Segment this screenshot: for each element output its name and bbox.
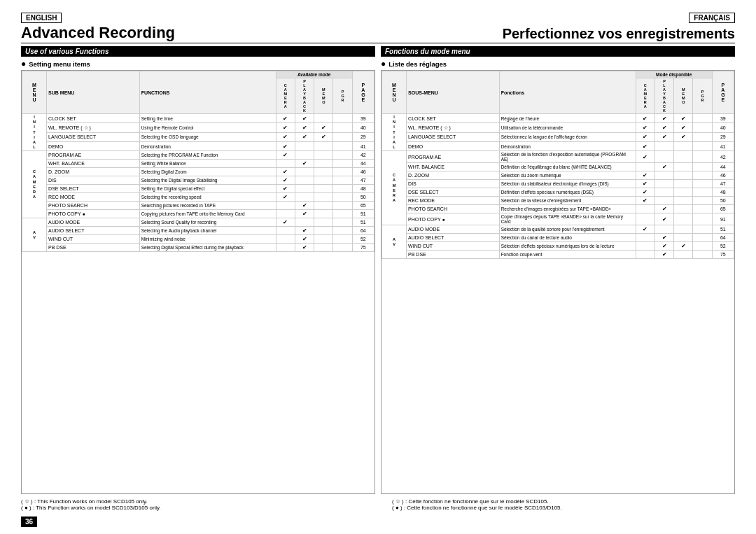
check-cell — [314, 141, 333, 150]
check-cell: ✔ — [636, 188, 654, 197]
check-cell — [276, 227, 295, 235]
left-table: MENU SUB MENU FUNCTIONS Available mode P… — [21, 70, 375, 494]
check-cell — [314, 114, 333, 123]
table-row: PHOTO COPY ●Copying pictures from TAPE o… — [22, 210, 374, 218]
check-cell: ✔ — [674, 114, 693, 123]
check-cell — [333, 176, 352, 185]
footnotes-left: ( ☆ ) : This Function works on model SCD… — [21, 498, 364, 511]
page-number: 36 — [21, 517, 37, 527]
function-cell: Sélection du zoom numérique — [499, 171, 636, 180]
submenu-cell: AUDIO MODE — [47, 218, 140, 227]
th-functions-right: Fonctions — [499, 71, 636, 114]
check-cell — [674, 205, 693, 213]
submenu-cell: REC MODE — [407, 197, 500, 205]
check-cell — [333, 210, 352, 218]
table-row: CAMERAPROGRAM AESelecting the PROGRAM AE… — [22, 151, 374, 160]
check-cell — [693, 197, 712, 205]
function-cell: Démonstration — [499, 141, 636, 150]
check-cell — [674, 225, 693, 234]
page-cell: 65 — [712, 205, 734, 213]
page-cell: 64 — [712, 234, 734, 242]
th-playback-left: PLAYBACK — [295, 78, 314, 114]
submenu-cell: WL. REMOTE ( ☆ ) — [407, 123, 500, 132]
check-cell — [295, 151, 314, 160]
check-cell — [693, 225, 712, 234]
check-cell — [693, 213, 712, 225]
check-cell — [276, 210, 295, 218]
submenu-cell: AUDIO SELECT — [47, 227, 140, 235]
function-cell: Fonction coupe-vent — [499, 251, 636, 259]
th-functions-left: FUNCTIONS — [139, 71, 276, 114]
check-cell — [333, 244, 352, 252]
sub-title-right: ● Liste des réglages — [381, 59, 735, 68]
page-cell: 46 — [352, 168, 374, 176]
check-cell — [693, 234, 712, 242]
sub-title-left: ● Setting menu items — [21, 59, 375, 68]
table-row: PHOTO COPY ●Copie d'images depuis TAPE «… — [382, 213, 734, 225]
footnote-right-1: ( ☆ ) : Cette fonction ne fonctionne que… — [392, 498, 735, 505]
th-page-left: PAGE — [352, 71, 374, 114]
right-table: MENU SOUS-MENU Fonctions Mode disponible… — [381, 70, 735, 494]
function-cell: Selecting the PROGRAM AE Function — [139, 151, 276, 160]
page-cell: 65 — [352, 202, 374, 210]
page-cell: 47 — [352, 176, 374, 185]
th-camera-right: CAMERA — [636, 78, 654, 114]
function-cell: Selecting the Digital Image Stabilising — [139, 176, 276, 185]
check-cell: ✔ — [654, 251, 673, 259]
check-cell — [636, 213, 654, 225]
check-cell — [276, 235, 295, 244]
check-cell — [314, 193, 333, 202]
section-headers: Use of various Functions Fonctions du mo… — [21, 46, 735, 57]
check-cell — [636, 163, 654, 171]
table-row: WHT. BALANCEDéfinition de l'équilibrage … — [382, 163, 734, 171]
check-cell: ✔ — [636, 225, 654, 234]
function-cell: Définition d'effets spéciaux numériques … — [499, 188, 636, 197]
check-cell — [674, 234, 693, 242]
submenu-cell: AUDIO MODE — [407, 225, 500, 234]
check-cell: ✔ — [674, 132, 693, 141]
check-cell — [276, 160, 295, 168]
check-cell — [693, 205, 712, 213]
table-row: AUDIO SELECTSélection du canal de lectur… — [382, 234, 734, 242]
section-french: Fonctions du mode menu — [381, 46, 735, 57]
th-playback-right: PLAYBACK — [654, 78, 673, 114]
function-cell: Minimizing wind noise — [139, 235, 276, 244]
check-cell: ✔ — [295, 114, 314, 123]
check-cell — [674, 251, 693, 259]
page-cell: 48 — [712, 188, 734, 197]
menu-group-cell: AV — [382, 225, 407, 259]
table-row: LANGUAGE SELECTSélectionnez la langue de… — [382, 132, 734, 141]
check-cell: ✔ — [314, 132, 333, 141]
footnote-left-2: ( ● ) : This Function works on model SCD… — [21, 505, 364, 511]
check-cell: ✔ — [276, 176, 295, 185]
table-row: DISSélection du stabilisateur électroniq… — [382, 180, 734, 188]
page-cell: 39 — [352, 114, 374, 123]
page-cell: 39 — [712, 114, 734, 123]
sub-title-left-text: Setting menu items — [29, 60, 90, 68]
page-cell: 44 — [352, 160, 374, 168]
table-row: D. ZOOMSelecting Digital Zoom✔46 — [22, 168, 374, 176]
table-row: WIND CUTMinimizing wind noise✔52 — [22, 235, 374, 244]
check-cell — [674, 151, 693, 163]
footnotes: ( ☆ ) : This Function works on model SCD… — [21, 498, 735, 511]
check-cell: ✔ — [654, 163, 673, 171]
table-row: PB DSESelecting Digital Special Effect d… — [22, 244, 374, 252]
check-cell — [295, 193, 314, 202]
page-cell: 51 — [712, 225, 734, 234]
th-camera-left: CAMERA — [276, 78, 295, 114]
function-cell: Réglage de l'heure — [499, 114, 636, 123]
check-cell: ✔ — [276, 151, 295, 160]
submenu-cell: REC MODE — [47, 193, 140, 202]
check-cell: ✔ — [276, 218, 295, 227]
table-row: AUDIO SELECTSelecting the Audio playback… — [22, 227, 374, 235]
table-row: INITIALCLOCK SETRéglage de l'heure✔✔✔39 — [382, 114, 734, 123]
submenu-cell: WL. REMOTE ( ☆ ) — [47, 123, 140, 132]
lang-english: ENGLISH — [21, 13, 62, 23]
submenu-cell: CLOCK SET — [47, 114, 140, 123]
footnote-right-2: ( ● ) : Cette fonction ne fonctionne que… — [392, 505, 735, 511]
function-cell: Selecting the Audio playback channel — [139, 227, 276, 235]
th-avail-left: Available mode — [276, 71, 352, 78]
left-panel: ● Setting menu items MENU SUB MENU FUNCT… — [21, 59, 375, 494]
check-cell: ✔ — [276, 185, 295, 193]
check-cell — [295, 168, 314, 176]
